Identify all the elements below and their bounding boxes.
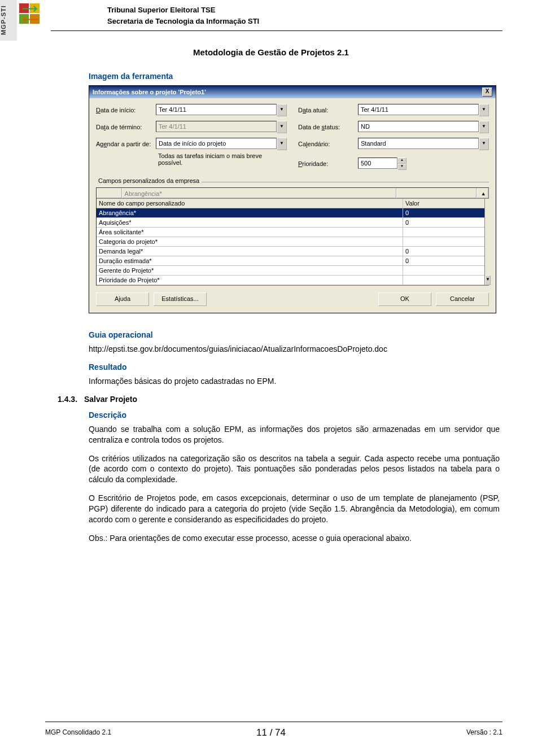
grid-cell-value[interactable]: 0 [403, 256, 484, 265]
close-icon[interactable]: X [482, 88, 492, 97]
paragraph: O Escritório de Projetos pode, em casos … [89, 493, 500, 525]
custom-fields-grid[interactable]: Abrangência* ▲ Nome do campo personaliza… [96, 187, 489, 286]
ok-button[interactable]: OK [378, 292, 431, 306]
chevron-down-icon[interactable]: ▼ [479, 138, 489, 150]
input-calendario[interactable]: Standard [358, 138, 479, 149]
label-data-atual: Data atual: [298, 107, 355, 113]
grid-cell-name[interactable]: Prioridade do Projeto* [97, 276, 403, 285]
footer-rule [45, 722, 502, 722]
grid-cell-name[interactable]: Gerente do Projeto* [97, 266, 403, 275]
grid-cell-value[interactable]: 0 [403, 208, 484, 217]
paragraph: Obs.: Para orientações de como executar … [89, 533, 500, 544]
label-data-inicio: DData de início:ata de início: [96, 107, 152, 113]
grid-cell-value[interactable] [403, 276, 484, 285]
grid-cell-value[interactable]: 0 [403, 218, 484, 227]
section-descricao: Descrição [89, 410, 500, 419]
header-org: Tribunal Superior Eleitoral TSE [107, 6, 215, 14]
grid-cell-value[interactable] [403, 237, 484, 246]
section-guia: Guia operacional [89, 330, 500, 339]
grid-cell-name[interactable]: Duração estimada* [97, 256, 403, 265]
grid-cell-name[interactable]: Demanda legal* [97, 247, 403, 256]
label-data-status: Data de status: [298, 124, 355, 130]
col-header-value: Valor [403, 199, 484, 208]
grid-cell-value[interactable] [403, 266, 484, 275]
section-number: 1.4.3. [58, 395, 77, 404]
logo [18, 2, 42, 26]
section-resultado: Resultado [89, 362, 500, 372]
chevron-down-icon[interactable]: ▼ [479, 121, 489, 133]
input-data-status[interactable]: ND [358, 121, 479, 132]
label-agendar: Agendar a partir de: [96, 141, 152, 147]
chevron-down-icon[interactable]: ▼ [277, 104, 287, 116]
header-dept: Secretaria de Tecnologia da Informação S… [107, 17, 259, 25]
chevron-down-icon[interactable]: ▼ [277, 121, 287, 133]
guide-link[interactable]: http://epsti.tse.gov.br/documentos/guias… [89, 344, 387, 353]
help-button[interactable]: Ajuda [96, 292, 149, 306]
chevron-down-icon[interactable]: ▼ [277, 138, 287, 150]
grid-cell-name[interactable]: Aquisições* [97, 218, 403, 227]
input-data-inicio[interactable]: Ter 4/1/11 [156, 104, 277, 115]
chevron-down-icon[interactable]: ▼ [479, 104, 489, 116]
grid-corner [97, 188, 122, 198]
scroll-down-icon[interactable]: ▼ [485, 275, 491, 285]
input-prioridade[interactable]: 500 [358, 158, 397, 169]
document-title: Metodologia de Gestão de Projetos 2.1 [0, 47, 542, 57]
paragraph: Os critérios utilizados na categorização… [89, 453, 500, 486]
project-info-dialog: Informações sobre o projeto 'Projeto1' X… [89, 85, 496, 313]
grid-top-label: Abrangência* [122, 188, 397, 198]
grid-cell-name[interactable]: Abrangência* [97, 208, 403, 217]
input-data-atual[interactable]: Ter 4/1/11 [358, 104, 479, 115]
input-agendar[interactable]: Data de início do projeto [156, 138, 277, 149]
footer-version: Versão : 2.1 [466, 728, 502, 736]
grid-cell-value[interactable] [403, 228, 484, 237]
label-prioridade: Prioridade: [298, 160, 355, 167]
spinner-up-icon[interactable]: ▲ [397, 158, 406, 164]
spinner-down-icon[interactable]: ▼ [397, 164, 406, 170]
schedule-note: Todas as tarefas iniciam o mais breve po… [158, 152, 287, 166]
section-imagem: Imagem da ferramenta [89, 72, 500, 81]
col-header-name: Nome do campo personalizado [97, 199, 403, 208]
resultado-text: Informações básicas do projeto cadastrad… [89, 376, 500, 387]
sidebar-label: MGP-STI [0, 0, 17, 41]
scroll-up-icon[interactable]: ▲ [477, 188, 488, 198]
statistics-button[interactable]: Estatísticas... [154, 292, 207, 306]
section-title: Salvar Projeto [84, 395, 137, 404]
cancel-button[interactable]: Cancelar [436, 292, 489, 306]
grid-head-blank [396, 188, 476, 198]
grid-cell-value[interactable]: 0 [403, 247, 484, 256]
footer-page: 11 / 74 [0, 727, 542, 738]
grid-cell-name[interactable]: Área solicitante* [97, 228, 403, 237]
label-calendario: Calendário: [298, 141, 355, 147]
paragraph: Quando se trabalha com a solução EPM, as… [89, 424, 500, 445]
header-rule [51, 30, 502, 31]
dialog-title: Informações sobre o projeto 'Projeto1' [93, 89, 206, 95]
grid-cell-name[interactable]: Categoria do projeto* [97, 237, 403, 246]
label-data-termino: Data de término: [96, 124, 152, 130]
input-data-termino: Ter 4/1/11 [156, 121, 277, 132]
fieldset-label: Campos personalizados da empresa [96, 177, 202, 184]
